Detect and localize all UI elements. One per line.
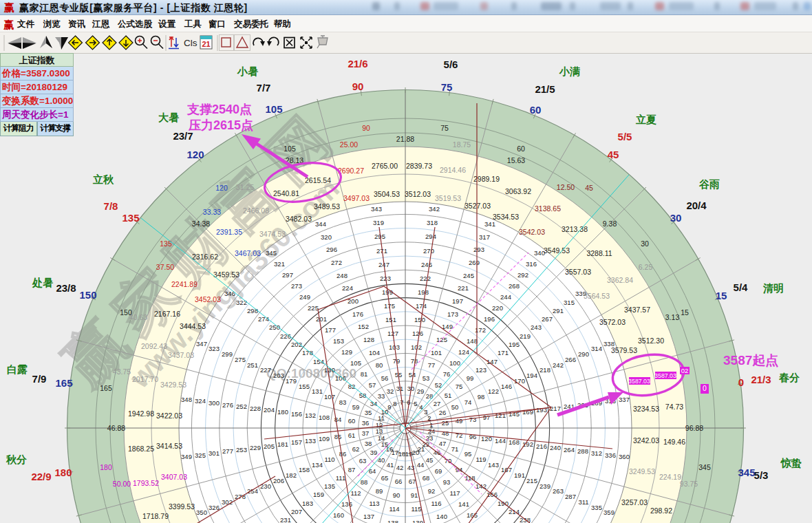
svg-text:15: 15 [681,308,689,317]
svg-text:207: 207 [291,508,302,515]
svg-text:117: 117 [449,489,460,497]
svg-text:3497.03: 3497.03 [343,194,370,202]
svg-text:165: 165 [467,511,478,519]
svg-text:130: 130 [324,366,335,374]
svg-text:244: 244 [500,293,511,301]
svg-text:83: 83 [339,398,347,406]
svg-text:43.75: 43.75 [113,367,131,376]
svg-text:219: 219 [520,332,531,340]
svg-text:Cls: Cls [184,38,197,48]
svg-text:15.63: 15.63 [507,156,525,164]
svg-text:116: 116 [431,500,441,507]
svg-text:18: 18 [398,450,406,458]
svg-text:81: 81 [361,370,368,378]
svg-text:129: 129 [341,348,352,356]
svg-text:215: 215 [526,477,537,484]
svg-text:194: 194 [526,372,537,379]
svg-text:126: 126 [412,330,423,337]
svg-text:323: 323 [209,345,220,352]
svg-text:30: 30 [670,212,682,224]
svg-text:125: 125 [436,336,447,343]
svg-text:5: 5 [414,400,417,407]
svg-text:347: 347 [196,340,207,348]
svg-text:297: 297 [282,271,293,279]
svg-text:165: 165 [55,377,72,389]
svg-text:3234.53: 3234.53 [633,405,659,413]
svg-text:266: 266 [565,356,576,363]
svg-text:33.33: 33.33 [203,208,221,216]
svg-text:93.75: 93.75 [680,480,698,488]
svg-text:23/8: 23/8 [56,282,76,294]
svg-text:秋分: 秋分 [6,453,27,465]
svg-text:2839.73: 2839.73 [406,162,432,170]
svg-text:170: 170 [514,377,525,385]
svg-text:1868.25: 1868.25 [128,445,154,453]
svg-text:203: 203 [273,372,284,379]
svg-text:3572.03: 3572.03 [599,318,626,326]
svg-text:62: 62 [352,445,360,453]
svg-text:74.73: 74.73 [665,403,683,411]
svg-text:122: 122 [488,387,499,395]
svg-text:183: 183 [302,500,313,507]
svg-text:139: 139 [412,519,423,523]
svg-text:182: 182 [286,471,297,479]
svg-text:180: 180 [54,467,72,478]
svg-text:196: 196 [484,315,495,323]
svg-text:21: 21 [202,40,210,48]
svg-text:谷雨: 谷雨 [698,178,720,190]
svg-text:58: 58 [359,392,367,399]
svg-text:105: 105 [265,103,282,115]
svg-text:344: 344 [315,220,326,228]
svg-text:61: 61 [348,431,356,439]
svg-text:3579.53: 3579.53 [611,346,637,354]
svg-text:160: 160 [333,511,344,519]
svg-text:42: 42 [396,464,404,471]
svg-text:25.00: 25.00 [340,140,358,149]
svg-text:171: 171 [498,349,509,356]
svg-text:26: 26 [439,409,447,416]
svg-text:29: 29 [417,387,425,395]
svg-text:35: 35 [365,409,372,416]
svg-text:33: 33 [378,392,385,400]
svg-text:78: 78 [411,357,418,365]
svg-text:287: 287 [565,493,576,500]
svg-text:3519.53: 3519.53 [435,194,461,202]
svg-text:惊蛰: 惊蛰 [780,457,802,469]
svg-text:136: 136 [341,500,352,508]
svg-text:12.50: 12.50 [557,183,575,191]
svg-text:105: 105 [350,359,361,367]
svg-text:3527.03: 3527.03 [464,202,491,210]
svg-text:3288.11: 3288.11 [586,249,612,257]
svg-text:206: 206 [273,477,284,484]
svg-text:02: 02 [681,367,689,374]
svg-text:360: 360 [619,453,630,460]
svg-text:294: 294 [425,233,436,240]
svg-text:245: 245 [463,272,474,279]
svg-text:3063.92: 3063.92 [505,187,531,195]
svg-text:225: 225 [308,304,319,312]
svg-text:54: 54 [409,371,416,378]
svg-text:21/6: 21/6 [348,58,367,70]
svg-text:20/4: 20/4 [686,200,707,211]
svg-text:319: 319 [373,219,384,226]
svg-text:0: 0 [738,376,744,388]
svg-text:240: 240 [550,444,561,451]
svg-text:217: 217 [550,405,561,412]
svg-text:113: 113 [369,500,379,507]
svg-text:345: 345 [266,249,277,257]
svg-text:96: 96 [469,433,477,440]
svg-text:1793.52: 1793.52 [133,479,159,487]
svg-text:205: 205 [264,442,275,450]
svg-text:181: 181 [277,440,288,448]
svg-text:106: 106 [335,374,346,382]
svg-text:101: 101 [431,349,442,356]
svg-text:8: 8 [393,400,396,407]
svg-text:34.38: 34.38 [192,220,210,228]
svg-text:2017.70: 2017.70 [132,375,158,383]
svg-text:37.50: 37.50 [156,263,174,271]
svg-text:198: 198 [418,288,429,296]
svg-text:51: 51 [445,392,452,399]
svg-text:6.25: 6.25 [639,263,653,271]
svg-text:76: 76 [443,370,451,378]
svg-text:3557.03: 3557.03 [565,268,591,276]
